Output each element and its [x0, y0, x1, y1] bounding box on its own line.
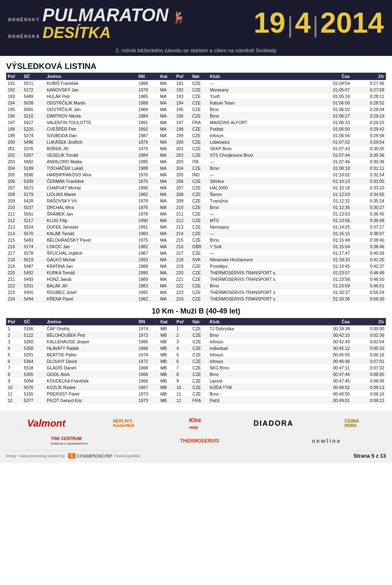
- cell-kat: MA: [158, 100, 174, 106]
- cell-kat: MB: [159, 384, 175, 391]
- cell-kat: MA: [158, 87, 174, 93]
- cell-rn: 1987: [137, 132, 158, 139]
- cell-por2: 210: [175, 204, 191, 211]
- cell-kat: MA: [158, 224, 174, 230]
- cell-por: 197: [6, 119, 22, 126]
- logo-valmont: Valmont: [24, 416, 69, 431]
- th2-rn: RN: [137, 318, 158, 325]
- cell-rn: 1992: [137, 126, 158, 132]
- table-row: 9 5094 KOUDELKA František 1966 MB 9 CZE …: [6, 378, 386, 384]
- cell-rn: 1968: [137, 365, 158, 371]
- cell-jmeno: ŠPLÍCHAL Vojtěch: [45, 250, 137, 256]
- cell-cas: 01:06:02: [312, 106, 352, 113]
- cell-kat: MA: [158, 171, 174, 178]
- cell-kat: MA: [158, 191, 174, 198]
- cell-nar: CZE: [191, 338, 208, 345]
- cell-sc: 5428: [22, 198, 45, 204]
- cell-rn: 1996: [137, 185, 158, 191]
- date-display: 19 | 4 | 2014: [254, 9, 384, 38]
- cell-sc: 5492: [22, 269, 45, 276]
- cell-kat: MA: [158, 256, 174, 263]
- cell-kat: MB: [159, 338, 175, 345]
- cell-ztr: 0:46:49: [352, 269, 386, 276]
- cell-ztr: 0:07:32: [352, 365, 386, 371]
- cell-por2: 216: [175, 243, 191, 250]
- cell-ztr: 0:05:33: [352, 345, 386, 351]
- cell-rn: 1973: [137, 397, 158, 404]
- cell-nar: CZE: [191, 145, 208, 152]
- table-row: 6 5364 DLOUHÝ David 1972 MB 6 CZE Infosy…: [6, 358, 386, 365]
- cell-por: 201: [6, 145, 22, 152]
- cell-sc: 5174: [22, 243, 45, 250]
- kinder-text: MERLIN'SKinderWelt: [113, 419, 135, 428]
- cell-jmeno: GEIDL Alois: [45, 371, 137, 378]
- cell-sc: 5571: [22, 80, 45, 87]
- cell-jmeno: LOKOC Jan: [45, 243, 137, 250]
- cell-cas: 01:14:25: [312, 224, 352, 230]
- cell-kat: MB: [159, 371, 175, 378]
- cell-rn: 1979: [137, 145, 158, 152]
- cell-por2: 203: [175, 158, 191, 165]
- table-row: 218 5019 GALKO Michal 1993 MA 218 SVK Ni…: [6, 256, 386, 263]
- cell-klub: Moravany: [208, 87, 312, 93]
- cell-jmeno: PREROST Pavel: [45, 391, 137, 397]
- cell-jmeno: RAŠOVSKÝ Vít: [45, 198, 137, 204]
- cell-klub: Lipová: [208, 378, 311, 384]
- cell-por: 202: [6, 152, 22, 158]
- cell-nar: CZE: [191, 152, 208, 158]
- cell-jmeno: BĚLOHOUBEK Petr: [45, 332, 137, 338]
- cell-kat: MA: [158, 243, 174, 250]
- cell-klub: Lobkowicz: [208, 139, 312, 145]
- cell-ztr: 0:32:54: [352, 171, 386, 178]
- cell-cas: 01:05:07: [312, 87, 352, 93]
- cell-rn: 1967: [137, 384, 158, 391]
- cell-por2: 4: [175, 345, 191, 351]
- th2-klub: Klub: [208, 318, 311, 325]
- cell-sc: 5179: [22, 191, 45, 198]
- th2-kat: Kat: [159, 318, 175, 325]
- cell-kat: MA: [158, 113, 174, 119]
- cell-sc: 5364: [22, 358, 45, 365]
- table-row: 207 5073 CHARVÁT Michal 1996 MA 207 CZE …: [6, 185, 386, 191]
- cell-klub: Brno: [208, 371, 311, 378]
- cell-cas: 01:23:58: [312, 276, 352, 282]
- cell-nar: FRA: [191, 397, 208, 404]
- cell-por2: 224: [175, 296, 191, 302]
- cell-nar: CZE: [191, 276, 208, 282]
- cell-nar: CZE: [191, 378, 208, 384]
- cell-jmeno: SVOBODA Dan: [45, 132, 137, 139]
- cell-sc: 5487: [22, 263, 45, 269]
- cell-sc: 5037: [22, 204, 45, 211]
- cell-ztr: 0:46:50: [352, 276, 386, 282]
- cell-rn: 1975: [137, 204, 158, 211]
- cell-klub: ---: [208, 211, 312, 217]
- cell-ztr: 0:34:55: [352, 191, 386, 198]
- cell-cas: 01:07:44: [312, 152, 352, 158]
- cell-rn: 1979: [137, 139, 158, 145]
- cell-kat: MA: [158, 296, 174, 302]
- cell-kat: MA: [158, 139, 174, 145]
- cell-klub: Infosys: [208, 358, 311, 365]
- table-row: 211 5561 ŠRÁMEK Jan 1978 MA 211 CZE --- …: [6, 211, 386, 217]
- cell-por2: 194: [175, 100, 191, 106]
- page-number: Strana 5 z 13: [354, 453, 386, 459]
- logo-diadora: DIADORA: [250, 418, 297, 429]
- cell-rn: 1988: [137, 165, 158, 171]
- cell-jmeno: KALÁB Tomáš: [45, 230, 137, 237]
- timing-text: timing + data processing realized by C C…: [6, 453, 140, 458]
- results-table-2: Poř SČ Jméno RN Kat Poř Nár Klub Čas Ztr…: [6, 318, 386, 404]
- cell-klub: Střelice: [208, 178, 312, 185]
- th2-nar: Nár: [191, 318, 208, 325]
- cell-ztr: 0:31:11: [352, 165, 386, 171]
- cell-por: 217: [6, 250, 22, 256]
- cell-jmeno: ODSTRČILÍK Martin: [45, 100, 137, 106]
- cell-kat: MA: [158, 263, 174, 269]
- cell-por2: 11: [175, 391, 191, 397]
- cell-jmeno: KRATINA Jan: [45, 263, 137, 269]
- cell-por2: 218: [175, 256, 191, 263]
- cell-por2: 217: [175, 250, 191, 256]
- table-row: 213 5524 DUFEK Jaroslav 1991 MA 213 CZE …: [6, 224, 386, 230]
- cell-ztr: 0:03:04: [352, 338, 386, 345]
- table-row: 7 5518 GLADIŠ Daniel 1968 MB 7 CZE SKG B…: [6, 365, 386, 371]
- cell-por: 204: [6, 165, 22, 171]
